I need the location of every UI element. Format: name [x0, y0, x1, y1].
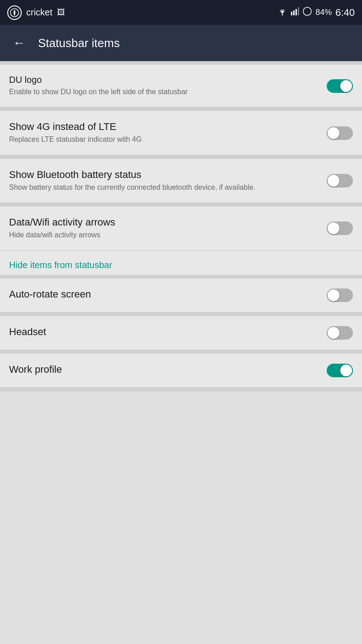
headset-toggle[interactable]: [327, 326, 353, 340]
wifi-icon: [277, 7, 287, 18]
signal-icon: [291, 7, 299, 18]
work-profile-title: Work profile: [9, 364, 318, 375]
setting-item-du-logo: DU logo Enable to show DU logo on the le…: [0, 65, 362, 107]
svg-rect-2: [291, 12, 292, 15]
work-profile-toggle-knob: [340, 365, 352, 376]
4g-title: Show 4G instead of LTE: [9, 121, 318, 133]
status-bar-right: 84% 6:40: [277, 7, 355, 19]
divider-6: [0, 350, 362, 354]
clock: 6:40: [335, 7, 355, 19]
4g-toggle[interactable]: [327, 126, 353, 140]
image-icon: 🖼: [57, 8, 65, 17]
du-logo-toggle[interactable]: [327, 79, 353, 93]
bluetooth-title: Show Bluetooth battery status: [9, 169, 318, 181]
divider-3: [0, 203, 362, 207]
setting-item-work-profile: Work profile: [0, 354, 362, 388]
bluetooth-desc: Show battery status for the currently co…: [9, 183, 318, 192]
wifi-activity-title: Data/Wifi activity arrows: [9, 216, 318, 228]
wifi-activity-desc: Hide data/wifi activity arrows: [9, 230, 318, 240]
setting-item-4g: Show 4G instead of LTE Replaces LTE stat…: [0, 111, 362, 155]
svg-point-1: [282, 14, 283, 15]
du-logo-desc: Enable to show DU logo on the left side …: [9, 87, 318, 97]
4g-toggle-knob: [328, 127, 339, 139]
bottom-divider: [0, 388, 362, 391]
headset-toggle-knob: [328, 327, 339, 339]
back-button[interactable]: ←: [9, 32, 29, 54]
bluetooth-content: Show Bluetooth battery status Show batte…: [9, 169, 327, 192]
headset-content: Headset: [9, 326, 327, 340]
du-logo-toggle-knob: [340, 80, 352, 92]
wifi-activity-toggle[interactable]: [327, 221, 353, 235]
svg-rect-5: [298, 7, 299, 15]
status-bar: cricket 🖼 84%: [0, 0, 362, 25]
du-logo-content: DU logo Enable to show DU logo on the le…: [9, 75, 327, 97]
carrier-name: cricket: [26, 7, 52, 18]
auto-rotate-toggle-knob: [328, 289, 339, 301]
page-title: Statusbar items: [38, 36, 120, 50]
carrier-logo: [7, 5, 22, 20]
setting-item-auto-rotate: Auto-rotate screen: [0, 279, 362, 312]
4g-content: Show 4G instead of LTE Replaces LTE stat…: [9, 121, 327, 144]
auto-rotate-title: Auto-rotate screen: [9, 288, 318, 300]
svg-rect-4: [295, 9, 297, 15]
wifi-activity-content: Data/Wifi activity arrows Hide data/wifi…: [9, 216, 327, 240]
bluetooth-toggle-knob: [328, 175, 339, 187]
work-profile-content: Work profile: [9, 364, 327, 377]
headset-title: Headset: [9, 326, 318, 338]
hide-items-label: Hide items from statusbar: [9, 260, 353, 270]
bluetooth-toggle[interactable]: [327, 174, 353, 187]
svg-rect-3: [293, 10, 295, 15]
app-bar: ← Statusbar items: [0, 25, 362, 61]
divider-4: [0, 275, 362, 279]
divider-5: [0, 312, 362, 316]
4g-desc: Replaces LTE statusbar indicator with 4G: [9, 135, 318, 144]
setting-item-wifi-activity: Data/Wifi activity arrows Hide data/wifi…: [0, 207, 362, 250]
du-logo-title: DU logo: [9, 75, 318, 85]
setting-item-bluetooth: Show Bluetooth battery status Show batte…: [0, 159, 362, 203]
top-divider: [0, 61, 362, 65]
divider-2: [0, 155, 362, 159]
battery-ring-icon: [303, 7, 312, 18]
divider-1: [0, 107, 362, 111]
svg-point-6: [303, 7, 311, 15]
status-bar-left: cricket 🖼: [7, 5, 65, 20]
setting-item-headset: Headset: [0, 316, 362, 350]
auto-rotate-toggle[interactable]: [327, 288, 353, 302]
battery-percentage: 84%: [315, 8, 332, 17]
hide-items-section-header: Hide items from statusbar: [0, 251, 362, 275]
auto-rotate-content: Auto-rotate screen: [9, 288, 327, 302]
wifi-activity-toggle-knob: [328, 222, 339, 234]
work-profile-toggle[interactable]: [327, 364, 353, 377]
